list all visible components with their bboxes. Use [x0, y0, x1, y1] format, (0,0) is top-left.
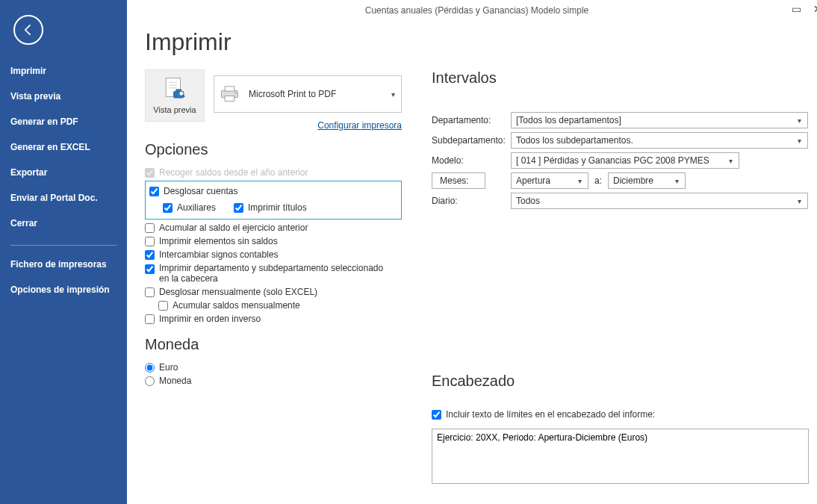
select-diario[interactable]: Todos ▾: [511, 193, 808, 209]
main-panel: Cuentas anuales (Pérdidas y Ganancias) M…: [127, 0, 817, 504]
checkbox-desglosar[interactable]: [149, 187, 159, 196]
label-desglosar[interactable]: Desglosar cuentas: [164, 186, 237, 196]
label-diario: Diario:: [432, 196, 511, 206]
sidebar-item-exportar[interactable]: Exportar: [0, 160, 127, 185]
radio-moneda[interactable]: [145, 376, 155, 386]
label-modelo: Modelo:: [432, 155, 511, 166]
encabezado-textarea[interactable]: [432, 429, 809, 484]
chevron-down-icon: ▾: [798, 137, 801, 145]
printer-icon: [220, 86, 241, 102]
configure-printer-link[interactable]: Configurar impresora: [214, 120, 402, 131]
checkbox-imp-dep-sub[interactable]: [145, 264, 155, 274]
moneda-heading: Moneda: [145, 336, 402, 353]
label-moneda[interactable]: Moneda: [159, 376, 191, 386]
chevron-down-icon: ▾: [675, 177, 679, 185]
sidebar-item-fichero-impresoras[interactable]: Fichero de impresoras: [0, 252, 127, 277]
arrow-left-icon: [21, 22, 36, 37]
label-intercambiar[interactable]: Intercambiar signos contables: [159, 249, 278, 260]
value-departamento: [Todos los departamentos]: [516, 115, 621, 125]
vista-previa-label: Vista previa: [153, 105, 196, 114]
value-mes-inicio: Apertura: [516, 175, 550, 186]
select-departamento[interactable]: [Todos los departamentos] ▾: [511, 112, 808, 128]
sidebar-item-opciones-impresion[interactable]: Opciones de impresión: [0, 277, 127, 302]
label-euro[interactable]: Euro: [159, 362, 178, 373]
page-title: Imprimir: [145, 28, 809, 56]
sidebar-item-imprimir[interactable]: Imprimir: [0, 58, 127, 84]
label-departamento: Departamento:: [432, 115, 511, 125]
chevron-down-icon: ▾: [798, 197, 801, 205]
value-subdepartamento: Todos los subdepartamentos.: [516, 135, 633, 146]
chevron-down-icon: ▾: [578, 177, 582, 185]
sidebar-item-cerrar[interactable]: Cerrar: [0, 211, 127, 236]
value-modelo: [ 014 ] Pérdidas y Ganancias PGC 2008 PY…: [516, 155, 709, 166]
meses-button[interactable]: Meses:: [432, 172, 485, 189]
close-icon[interactable]: ✕: [813, 3, 817, 15]
printer-select[interactable]: Microsoft Print to PDF ▾: [214, 75, 402, 113]
label-a: a:: [594, 175, 602, 186]
chevron-down-icon: ▾: [729, 157, 733, 165]
maximize-icon[interactable]: ▭: [792, 3, 801, 15]
checkbox-acumular-saldo[interactable]: [145, 223, 155, 233]
document-preview-icon: [164, 77, 186, 102]
back-button[interactable]: [13, 15, 43, 45]
select-modelo[interactable]: [ 014 ] Pérdidas y Ganancias PGC 2008 PY…: [511, 152, 739, 169]
label-desglosar-mens[interactable]: Desglosar mensualmente (solo EXCEL): [159, 287, 317, 297]
checkbox-orden-inverso[interactable]: [145, 314, 155, 324]
desglosar-highlight: Desglosar cuentas Auxiliares Imprimir tí…: [145, 181, 402, 220]
checkbox-incluir-texto[interactable]: [432, 410, 441, 420]
vista-previa-button[interactable]: Vista previa: [145, 69, 205, 122]
window-title: Cuentas anuales (Pérdidas y Ganancias) M…: [365, 5, 589, 16]
select-mes-fin[interactable]: Diciembre ▾: [608, 172, 686, 189]
select-subdepartamento[interactable]: Todos los subdepartamentos. ▾: [511, 132, 808, 149]
sidebar-item-vista-previa[interactable]: Vista previa: [0, 84, 127, 109]
label-subdepartamento: Subdepartamento:: [432, 135, 511, 146]
checkbox-intercambiar[interactable]: [145, 250, 155, 260]
printer-name: Microsoft Print to PDF: [249, 89, 336, 99]
encabezado-heading: Encabezado: [432, 373, 809, 390]
chevron-down-icon: ▾: [391, 90, 395, 99]
select-mes-inicio[interactable]: Apertura ▾: [511, 172, 588, 189]
label-imprimir-sin-saldos[interactable]: Imprimir elementos sin saldos: [159, 236, 278, 246]
titlebar: Cuentas anuales (Pérdidas y Ganancias) M…: [127, 0, 817, 21]
label-orden-inverso[interactable]: Imprimir en orden inverso: [159, 314, 261, 324]
checkbox-imprimir-titulos[interactable]: [234, 203, 243, 213]
svg-point-11: [234, 92, 236, 93]
radio-euro[interactable]: [145, 363, 155, 373]
value-diario: Todos: [516, 196, 540, 206]
checkbox-desglosar-mens[interactable]: [145, 287, 155, 297]
checkbox-recoger: [145, 168, 155, 178]
label-imp-dep-sub[interactable]: Imprimir departamento y subdepartamento …: [159, 263, 391, 284]
label-imprimir-titulos[interactable]: Imprimir títulos: [248, 202, 307, 213]
sidebar-item-enviar-portal[interactable]: Enviar al Portal Doc.: [0, 185, 127, 211]
svg-rect-10: [225, 96, 234, 101]
sidebar: Imprimir Vista previa Generar en PDF Gen…: [0, 0, 127, 504]
checkbox-acumular-mens[interactable]: [158, 301, 168, 311]
chk-recoger-saldos: Recoger saldos desde el año anterior: [145, 166, 402, 179]
sidebar-item-generar-excel[interactable]: Generar en EXCEL: [0, 134, 127, 160]
label-acumular-mens[interactable]: Acumular saldos mensualmente: [173, 300, 300, 311]
label-incluir-texto[interactable]: Incluir texto de límites en el encabezad…: [446, 409, 655, 420]
svg-point-6: [179, 91, 184, 96]
intervalos-heading: Intervalos: [432, 69, 809, 87]
sidebar-separator: [10, 245, 117, 246]
sidebar-item-generar-pdf[interactable]: Generar en PDF: [0, 109, 127, 134]
value-mes-fin: Diciembre: [613, 175, 653, 186]
svg-rect-9: [225, 87, 234, 91]
label-acumular-saldo[interactable]: Acumular al saldo el ejercicio anterior: [159, 223, 308, 233]
label-recoger: Recoger saldos desde el año anterior: [159, 167, 308, 178]
chevron-down-icon: ▾: [798, 116, 801, 125]
label-auxiliares[interactable]: Auxiliares: [177, 202, 216, 213]
checkbox-auxiliares[interactable]: [163, 203, 173, 213]
checkbox-imprimir-sin-saldos[interactable]: [145, 237, 155, 246]
opciones-heading: Opciones: [145, 141, 402, 158]
